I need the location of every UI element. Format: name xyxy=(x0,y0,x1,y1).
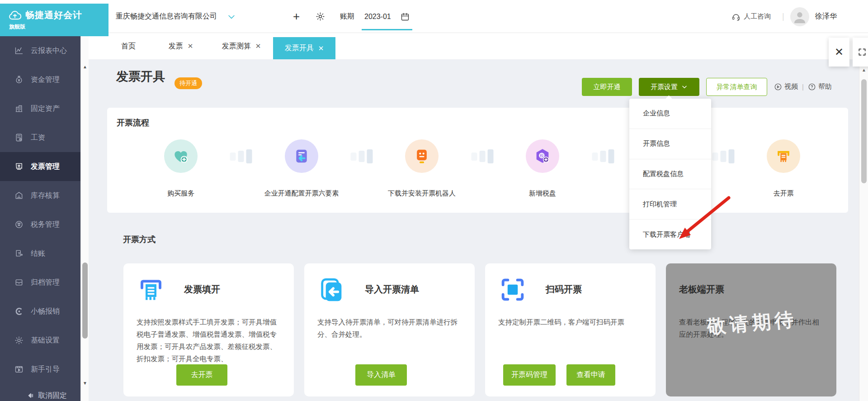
main-content: 发票开具 待开通 立即开通 开票设置 异常清单查询 视频 | 帮助 开票流程 xyxy=(89,59,859,401)
sidebar-item-inventory[interactable]: 库存核算 xyxy=(0,181,80,210)
unpin-sidebar-button[interactable]: 取消固定 xyxy=(0,387,80,401)
tab-label: 发票测算 xyxy=(222,42,251,51)
invoice-code-manage-button[interactable]: 开票码管理 xyxy=(503,364,556,386)
tax-circle-icon xyxy=(14,220,24,229)
close-tab-icon[interactable]: ✕ xyxy=(255,42,261,50)
go-invoice-button[interactable]: 去开票 xyxy=(176,364,227,386)
sidebar-item-tax[interactable]: 税务管理 xyxy=(0,210,80,239)
menu-item-printer-management[interactable]: 打印机管理 xyxy=(629,189,711,219)
sidebar-item-label: 库存核算 xyxy=(31,191,60,200)
account-settings-gear-icon[interactable] xyxy=(316,0,325,33)
sidebar-item-funds[interactable]: 资金管理 xyxy=(0,65,80,94)
add-account-button[interactable]: + xyxy=(293,0,300,33)
page-title: 发票开具 xyxy=(116,68,165,85)
company-selector[interactable]: 重庆畅捷交通信息咨询有限公司 xyxy=(116,0,236,33)
settings-gear-icon xyxy=(14,336,24,345)
sidebar-item-label: 基础设置 xyxy=(31,336,60,345)
sidebar-item-payroll[interactable]: 工资 xyxy=(0,123,80,152)
brand-logo: 畅捷通好会计 旗舰版 xyxy=(0,4,108,36)
flow-step-configure-elements[interactable]: 企业开通配置开票六要素 xyxy=(285,139,318,173)
help-label: 帮助 xyxy=(818,82,832,91)
headset-icon xyxy=(731,12,741,21)
sidebar-item-fixed-assets[interactable]: 固定资产 xyxy=(0,94,80,123)
flow-step-add-tax-disk[interactable]: 税 新增税盘 xyxy=(526,139,559,173)
flow-connector xyxy=(351,149,373,163)
fullscreen-button[interactable] xyxy=(853,38,868,67)
help-link[interactable]: 帮助 xyxy=(808,82,832,91)
sidebar-item-label: 资金管理 xyxy=(31,75,60,85)
method-card-fill-invoice: 发票填开 支持按照发票样式手工填开发票；可开具增值税电子普通发票、增值税普通发票… xyxy=(123,263,294,396)
method-card-boss-invoice: 老板端开票 查看老板端小程序提交的开票申请，并作出相应的开票处理。 敬请期待 xyxy=(666,263,836,396)
sidebar-item-beginner-guide[interactable]: 新手引导 xyxy=(0,355,80,384)
sidebar-item-label: 归档管理 xyxy=(31,278,60,287)
live-support-button[interactable]: 人工咨询 xyxy=(731,0,771,33)
sidebar-item-closing[interactable]: 结账 xyxy=(0,239,80,268)
sidebar-scroll-thumb[interactable] xyxy=(82,263,88,339)
tab-invoice[interactable]: 发票 ✕ xyxy=(159,33,203,59)
invoice-print-icon xyxy=(137,275,165,304)
sidebar-item-label: 税务管理 xyxy=(31,220,60,229)
method-card-title: 扫码开票 xyxy=(546,283,582,296)
app-window: 重庆畅捷交通信息咨询有限公司 + 账期 2023-01 人工咨询 | 徐泽华 畅… xyxy=(0,0,868,401)
fullscreen-icon xyxy=(858,48,867,57)
tab-label: 首页 xyxy=(121,42,136,51)
flow-step-buy-service[interactable]: 购买服务 xyxy=(164,139,198,173)
scroll-up-icon[interactable]: ▲ xyxy=(81,64,89,69)
close-page-button[interactable]: ✕ xyxy=(829,38,849,67)
guide-video-icon xyxy=(14,365,24,374)
archive-tray-icon xyxy=(14,278,24,287)
invoice-settings-dropdown-button[interactable]: 开票设置 xyxy=(639,78,699,96)
close-tab-icon[interactable]: ✕ xyxy=(188,42,193,50)
flow-step-download-robot[interactable]: 下载并安装开票机器人 xyxy=(405,139,439,173)
sidebar-item-invoice-management[interactable]: 发票管理 xyxy=(0,152,80,181)
import-list-button[interactable]: 导入清单 xyxy=(355,364,407,386)
sidebar-item-label: 发票管理 xyxy=(31,162,60,172)
svg-text:税: 税 xyxy=(540,153,544,158)
chevron-down-icon xyxy=(681,84,688,90)
avatar[interactable] xyxy=(790,7,809,26)
calendar-icon[interactable] xyxy=(401,0,410,33)
username[interactable]: 徐泽华 xyxy=(815,0,837,33)
abnormal-list-query-button[interactable]: 异常清单查询 xyxy=(706,78,767,96)
video-link[interactable]: 视频 xyxy=(774,82,798,91)
activate-now-button[interactable]: 立即开通 xyxy=(582,78,632,96)
sidebar-item-label: 结账 xyxy=(31,249,45,258)
building-icon xyxy=(14,104,24,113)
scroll-up-icon[interactable]: ▲ xyxy=(859,67,868,72)
tab-invoice-issue[interactable]: 发票开具 ✕ xyxy=(273,37,335,59)
menu-item-invoicing-info[interactable]: 开票信息 xyxy=(629,129,711,159)
sidebar-item-expense[interactable]: 小畅报销 xyxy=(0,297,80,326)
topbar: 重庆畅捷交通信息咨询有限公司 + 账期 2023-01 人工咨询 | 徐泽华 xyxy=(0,0,868,33)
video-help-links: 视频 | 帮助 xyxy=(774,82,832,91)
main-scrollbar[interactable]: ▲ xyxy=(859,59,868,401)
flow-step-label: 新增税盘 xyxy=(529,189,556,198)
flow-connector xyxy=(472,149,494,163)
tab-home[interactable]: 首页 xyxy=(110,33,146,59)
settings-button-label: 开票设置 xyxy=(651,83,678,91)
robot-icon xyxy=(413,147,431,165)
menu-item-download-client[interactable]: 下载开票客户端 xyxy=(629,219,711,249)
method-card-title: 导入开票清单 xyxy=(365,283,419,296)
methods-section-title: 开票方式 xyxy=(123,234,156,245)
sidebar-scrollbar[interactable]: ▲ ▼ xyxy=(80,36,89,401)
closing-books-icon xyxy=(14,249,24,258)
menu-item-company-info[interactable]: 企业信息 xyxy=(629,99,711,129)
flow-step-label: 企业开通配置开票六要素 xyxy=(264,189,339,198)
sidebar-item-archive[interactable]: 归档管理 xyxy=(0,268,80,297)
tab-invoice-calc[interactable]: 发票测算 ✕ xyxy=(211,33,272,59)
main-scroll-thumb[interactable] xyxy=(861,79,867,183)
invoice-settings-menu: 企业信息 开票信息 配置税盘信息 打印机管理 下载开票客户端 xyxy=(629,99,711,249)
method-card-title: 发票填开 xyxy=(184,283,220,296)
warehouse-icon xyxy=(14,191,24,200)
sidebar-item-basic-settings[interactable]: 基础设置 xyxy=(0,326,80,355)
period-value[interactable]: 2023-01 xyxy=(364,0,391,33)
sidebar-item-cloud-reports[interactable]: 云报表中心 xyxy=(0,36,80,65)
close-tab-icon[interactable]: ✕ xyxy=(318,44,324,53)
flow-section-title: 开票流程 xyxy=(117,117,149,128)
company-name: 重庆畅捷交通信息咨询有限公司 xyxy=(116,12,217,21)
menu-item-tax-disk-config[interactable]: 配置税盘信息 xyxy=(629,159,711,189)
period-label: 账期 xyxy=(340,0,354,33)
view-application-button[interactable]: 查看申请 xyxy=(566,364,615,386)
scroll-down-icon[interactable]: ▼ xyxy=(81,381,89,386)
flow-step-go-invoice[interactable]: 去开票 xyxy=(767,139,800,173)
